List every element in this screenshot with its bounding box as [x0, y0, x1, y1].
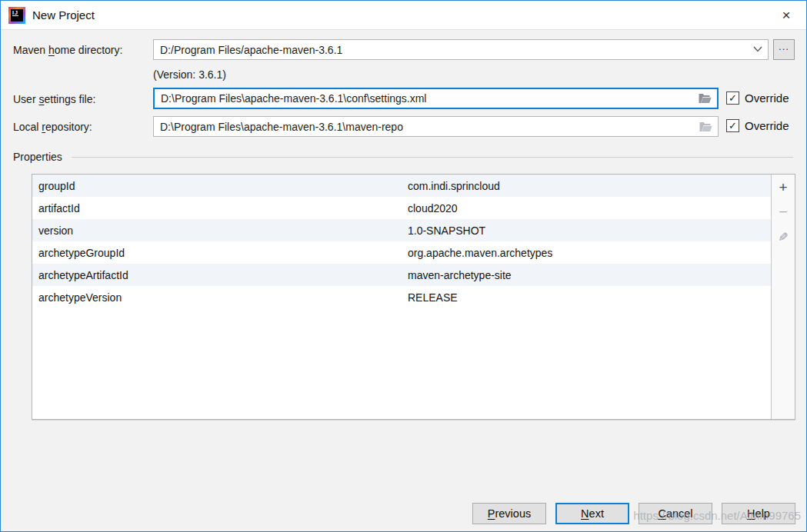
property-value: maven-archetype-site — [408, 269, 512, 281]
property-name: groupId — [32, 180, 408, 192]
properties-panel: groupId com.indi.sprincloud artifactId c… — [32, 174, 795, 420]
close-icon[interactable]: × — [775, 5, 797, 25]
maven-home-value: D:/Program Files/apache-maven-3.6.1 — [160, 44, 342, 56]
user-settings-label-post: ettings file: — [44, 93, 95, 105]
table-row[interactable]: archetypeArtifactId maven-archetype-site — [32, 264, 771, 286]
properties-toolbar: + − ✎ — [771, 175, 795, 419]
table-row[interactable]: archetypeVersion RELEASE — [32, 286, 771, 308]
property-value: com.indi.sprincloud — [408, 180, 500, 192]
previous-button[interactable]: Previous — [472, 503, 546, 524]
cancel-button[interactable]: Cancel — [639, 503, 712, 524]
property-value: org.apache.maven.archetypes — [408, 247, 552, 259]
properties-section-label: Properties — [13, 151, 62, 163]
local-repo-label-pre: Local — [13, 121, 42, 133]
chevron-down-icon[interactable] — [753, 46, 762, 52]
local-repo-value: D:\Program Files\apache-maven-3.6.1\mave… — [160, 121, 403, 133]
section-divider — [72, 157, 793, 158]
override-settings-checkbox[interactable]: ✓ Override — [726, 91, 789, 105]
local-repo-label-post: epository: — [45, 121, 92, 133]
edit-property-icon[interactable]: ✎ — [775, 229, 791, 244]
property-name: archetypeArtifactId — [32, 269, 408, 281]
user-settings-label: User settings file: — [13, 93, 95, 105]
property-value: 1.0-SNAPSHOT — [408, 224, 485, 237]
property-name: archetypeVersion — [32, 291, 408, 304]
title-bar: IJ New Project × — [1, 1, 806, 30]
maven-home-label-pre: Maven — [13, 44, 48, 56]
table-row[interactable]: archetypeGroupId org.apache.maven.archet… — [32, 241, 771, 264]
remove-property-icon[interactable]: − — [775, 204, 791, 220]
property-name: version — [32, 224, 408, 237]
property-value: cloud2020 — [408, 202, 458, 214]
maven-home-label-mnemonic: h — [48, 44, 55, 56]
new-project-dialog: IJ New Project × Maven home directory: D… — [0, 0, 807, 532]
table-row[interactable]: groupId com.indi.sprincloud — [32, 175, 771, 197]
open-folder-icon[interactable] — [699, 94, 712, 104]
property-name: archetypeGroupId — [32, 247, 408, 259]
browse-maven-home-button[interactable]: ... — [773, 39, 795, 60]
open-folder-icon-disabled[interactable] — [699, 121, 712, 131]
checkbox-check-icon: ✓ — [726, 91, 739, 105]
properties-table: groupId com.indi.sprincloud artifactId c… — [32, 175, 771, 419]
property-value: RELEASE — [408, 291, 458, 304]
add-property-icon[interactable]: + — [775, 180, 791, 195]
override-repo-checkbox[interactable]: ✓ Override — [726, 119, 789, 132]
user-settings-label-pre: User — [13, 93, 38, 105]
table-row[interactable]: version 1.0-SNAPSHOT — [32, 219, 771, 241]
override-settings-label: Override — [745, 91, 789, 105]
checkbox-check-icon: ✓ — [726, 119, 739, 132]
user-settings-value: D:\Program Files\apache-maven-3.6.1\conf… — [161, 92, 426, 105]
maven-home-label-post: ome directory: — [55, 44, 123, 56]
intellij-logo-icon: IJ — [8, 7, 25, 24]
override-repo-label: Override — [745, 119, 789, 132]
maven-home-label: Maven home directory: — [13, 44, 122, 56]
local-repo-input[interactable]: D:\Program Files\apache-maven-3.6.1\mave… — [153, 116, 719, 137]
next-button[interactable]: Next — [555, 503, 629, 524]
maven-version-note: (Version: 3.6.1) — [153, 68, 226, 81]
dialog-title: New Project — [32, 8, 95, 22]
table-row[interactable]: artifactId cloud2020 — [32, 197, 771, 219]
local-repo-label: Local repository: — [13, 121, 92, 133]
user-settings-input[interactable]: D:\Program Files\apache-maven-3.6.1\conf… — [153, 88, 719, 109]
intellij-logo-text: IJ — [12, 10, 18, 16]
help-button[interactable]: Help — [722, 503, 795, 524]
property-name: artifactId — [32, 202, 408, 214]
maven-home-combobox[interactable]: D:/Program Files/apache-maven-3.6.1 — [153, 39, 769, 60]
